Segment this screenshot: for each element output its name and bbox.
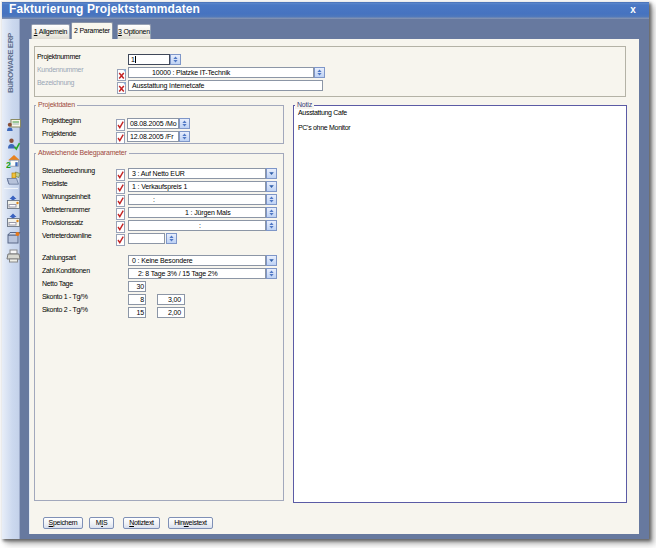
svg-text:2: 2 (6, 160, 11, 168)
